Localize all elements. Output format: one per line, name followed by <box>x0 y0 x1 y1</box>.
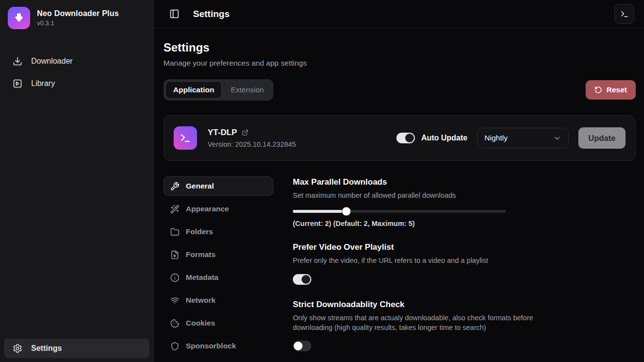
reset-label: Reset <box>607 86 627 94</box>
page-title: Settings <box>163 41 636 54</box>
settings-nav-sponsorblock[interactable]: Sponsorblock <box>163 336 273 356</box>
cookie-icon <box>170 319 179 328</box>
section-title: Prefer Video Over Playlist <box>293 242 636 252</box>
settings-nav-label: Appearance <box>186 205 229 213</box>
settings-nav-formats[interactable]: Formats <box>163 245 273 264</box>
external-link-icon[interactable] <box>242 129 249 136</box>
info-icon <box>170 273 179 282</box>
settings-nav-general[interactable]: General <box>163 176 273 196</box>
section-title: Max Parallel Downloads <box>293 177 636 187</box>
section-max-parallel-downloads: Max Parallel Downloads Set maximum numbe… <box>293 177 636 227</box>
slider-current-note: (Current: 2) (Default: 2, Maximum: 5) <box>293 220 636 227</box>
settings-nav-label: Cookies <box>186 319 215 328</box>
settings-body: General Appearance <box>163 176 636 362</box>
terminal-button[interactable] <box>614 4 634 24</box>
tabs-row: Application Extension Reset <box>163 79 636 101</box>
sidebar-item-downloader[interactable]: Downloader <box>4 52 149 71</box>
sidebar-item-label: Settings <box>31 344 62 353</box>
sidebar-item-label: Library <box>31 79 55 88</box>
ytdlp-version: Version: 2025.10.14.232845 <box>208 140 296 148</box>
settings-nav-metadata[interactable]: Metadata <box>163 268 273 287</box>
sidebar-footer: Settings <box>0 339 153 362</box>
gear-icon <box>13 344 22 353</box>
rotate-ccw-icon <box>594 86 602 94</box>
sidebar-toggle-button[interactable] <box>167 7 181 21</box>
settings-nav-label: General <box>186 182 214 190</box>
settings-panel: Max Parallel Downloads Set maximum numbe… <box>293 176 636 362</box>
app-title-block: Neo Downloader Plus v0.3.1 <box>37 9 119 27</box>
topbar-title: Settings <box>193 9 230 19</box>
wifi-icon <box>170 296 179 305</box>
app-logo-row: Neo Downloader Plus v0.3.1 <box>0 0 153 36</box>
settings-scope-tabs: Application Extension <box>163 79 273 101</box>
terminal-icon <box>179 132 191 144</box>
toggle-knob <box>294 342 303 350</box>
page-subtitle: Manage your preferences and app settings <box>163 59 636 68</box>
sidebar-item-label: Downloader <box>31 57 72 66</box>
slider-fill <box>293 210 346 213</box>
section-description: Only show streams that are actualy downl… <box>293 313 546 333</box>
chevron-down-icon <box>553 134 561 142</box>
download-icon <box>13 56 22 66</box>
ytdlp-title: YT-DLP <box>208 128 237 138</box>
settings-nav-label: Sponsorblock <box>186 342 236 350</box>
settings-nav-label: Metadata <box>186 273 218 282</box>
sidebar-item-library[interactable]: Library <box>4 74 149 93</box>
app-logo <box>8 7 30 29</box>
ytdlp-logo <box>174 126 197 150</box>
update-channel-value: Nightly <box>484 134 507 142</box>
sidebar: Neo Downloader Plus v0.3.1 Downloader Li… <box>0 0 154 362</box>
terminal-icon <box>620 10 629 18</box>
tab-extension[interactable]: Extension <box>223 81 271 99</box>
settings-nav-label: Network <box>186 296 215 305</box>
settings-nav-folders[interactable]: Folders <box>163 222 273 241</box>
wrench-icon <box>170 182 179 191</box>
strict-check-toggle[interactable] <box>293 341 311 351</box>
topbar: Settings <box>154 0 644 28</box>
ytdlp-card: YT-DLP Version: 2025.10.14.232845 Auto U… <box>163 115 636 161</box>
main-area: Settings Settings Manage your preference… <box>154 0 644 362</box>
settings-nav-label: Formats <box>186 250 215 259</box>
max-parallel-downloads-slider[interactable] <box>293 210 506 213</box>
update-channel-select[interactable]: Nightly <box>477 128 569 148</box>
shield-icon <box>170 342 179 351</box>
settings-page: Settings Manage your preferences and app… <box>154 28 644 362</box>
sidebar-nav: Downloader Library <box>0 52 153 93</box>
ytdlp-controls: Auto Update Nightly Update <box>396 127 626 149</box>
section-strict-downloadability-check: Strict Downloadablity Check Only show st… <box>293 300 636 352</box>
download-arrow-icon <box>13 12 25 24</box>
prefer-video-toggle[interactable] <box>293 274 311 285</box>
slider-thumb[interactable] <box>341 207 351 216</box>
app-version: v0.3.1 <box>37 19 119 27</box>
auto-update-toggle[interactable] <box>396 133 415 143</box>
section-description: Prefer only the video, if the URL refers… <box>293 256 546 265</box>
section-prefer-video-over-playlist: Prefer Video Over Playlist Prefer only t… <box>293 242 636 284</box>
sidebar-item-settings[interactable]: Settings <box>4 339 149 358</box>
toggle-knob <box>302 275 310 284</box>
settings-nav-network[interactable]: Network <box>163 291 273 310</box>
folder-icon <box>170 227 179 237</box>
file-video-icon <box>170 250 179 259</box>
tab-application[interactable]: Application <box>165 81 222 99</box>
square-play-icon <box>13 79 22 88</box>
panel-left-icon <box>169 9 179 19</box>
section-description: Set maximum number of allowed parallel d… <box>293 190 546 200</box>
settings-nav-cookies[interactable]: Cookies <box>163 313 273 333</box>
toggle-knob <box>405 134 414 142</box>
app-name: Neo Downloader Plus <box>37 9 119 18</box>
section-title: Strict Downloadablity Check <box>293 300 636 310</box>
settings-section-nav: General Appearance <box>163 176 273 362</box>
update-button[interactable]: Update <box>578 127 626 149</box>
reset-button[interactable]: Reset <box>586 80 636 100</box>
ytdlp-meta: YT-DLP Version: 2025.10.14.232845 <box>208 128 296 148</box>
settings-nav-appearance[interactable]: Appearance <box>163 199 273 219</box>
settings-nav-label: Folders <box>186 227 213 236</box>
auto-update-label: Auto Update <box>421 134 467 142</box>
wand-sparkles-icon <box>170 205 179 214</box>
